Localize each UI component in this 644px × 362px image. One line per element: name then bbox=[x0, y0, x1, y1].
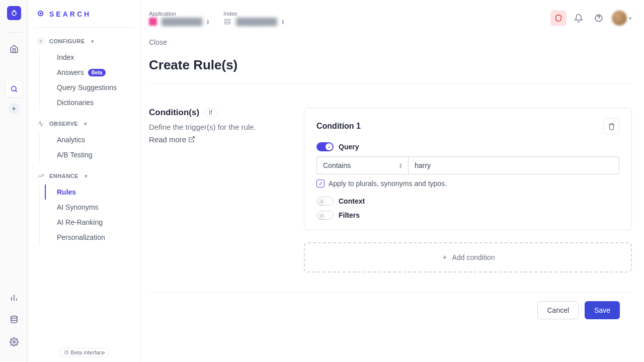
gear-icon bbox=[37, 38, 44, 45]
apply-plurals-label: Apply to plurals, synonyms and typos. bbox=[329, 179, 447, 188]
main: Application ████████▴▾ Index ████████▴▾ … bbox=[141, 0, 644, 362]
footer: Cancel Save bbox=[149, 293, 632, 327]
add-condition-button[interactable]: Add condition bbox=[304, 242, 632, 273]
section-observe[interactable]: OBSERVE ▾ bbox=[28, 115, 140, 132]
bell-icon[interactable] bbox=[571, 10, 587, 26]
nav-rules[interactable]: Rules bbox=[45, 185, 140, 200]
section-configure[interactable]: CONFIGURE ▾ bbox=[28, 33, 140, 50]
query-toggle[interactable] bbox=[316, 142, 334, 151]
logo[interactable] bbox=[7, 6, 21, 20]
svg-point-6 bbox=[40, 40, 42, 42]
brand[interactable]: SEARCH bbox=[28, 7, 140, 27]
beta-badge: Beta bbox=[88, 69, 106, 76]
nav-personalization[interactable]: Personalization bbox=[45, 230, 140, 245]
beta-interface-pill[interactable]: Beta interface bbox=[59, 348, 110, 357]
database-icon[interactable] bbox=[6, 312, 22, 328]
nav-ab-testing[interactable]: A/B Testing bbox=[45, 147, 140, 162]
nav-dictionaries[interactable]: Dictionaries bbox=[45, 95, 140, 110]
filters-toggle[interactable] bbox=[316, 211, 334, 220]
avatar[interactable] bbox=[612, 11, 627, 26]
condition-title: Condition 1 bbox=[316, 122, 361, 131]
read-more-link[interactable]: Read more bbox=[149, 135, 292, 144]
svg-point-3 bbox=[13, 341, 15, 343]
pulse-icon bbox=[37, 120, 44, 127]
query-toggle-label: Query bbox=[339, 143, 359, 151]
nav-analytics[interactable]: Analytics bbox=[45, 132, 140, 147]
help-icon[interactable] bbox=[591, 10, 607, 26]
apply-plurals-checkbox[interactable]: ✓ bbox=[316, 179, 325, 188]
search-nav-icon[interactable] bbox=[6, 81, 22, 97]
home-icon[interactable] bbox=[6, 41, 22, 57]
gear-icon[interactable] bbox=[6, 334, 22, 350]
conditions-heading: Condition(s) If bbox=[149, 108, 292, 118]
conditions-description: Define the trigger(s) for the rule. bbox=[149, 122, 292, 133]
svg-point-2 bbox=[11, 316, 17, 319]
context-toggle[interactable] bbox=[316, 197, 334, 206]
context-toggle-label: Context bbox=[339, 197, 365, 205]
query-input[interactable] bbox=[408, 156, 619, 174]
index-picker[interactable]: Index ████████▴▾ bbox=[223, 11, 284, 26]
nav-ai-reranking[interactable]: AI Re-Ranking bbox=[45, 215, 140, 230]
shield-alert-icon[interactable] bbox=[550, 10, 567, 26]
svg-rect-8 bbox=[225, 19, 230, 21]
svg-rect-9 bbox=[225, 22, 230, 24]
cancel-button[interactable]: Cancel bbox=[537, 301, 579, 319]
sidebar: SEARCH CONFIGURE ▾ Index AnswersBeta Que… bbox=[28, 0, 141, 362]
delete-condition-button[interactable] bbox=[603, 118, 619, 134]
nav-answers[interactable]: AnswersBeta bbox=[45, 65, 140, 80]
chevron-down-icon[interactable]: ▾ bbox=[629, 15, 632, 22]
nav-query-suggestions[interactable]: Query Suggestions bbox=[45, 80, 140, 95]
svg-point-1 bbox=[11, 86, 16, 91]
match-type-select[interactable]: Contains ▴▾ bbox=[316, 156, 408, 174]
nav-ai-synonyms[interactable]: AI Synonyms bbox=[45, 200, 140, 215]
lightning-icon[interactable] bbox=[9, 103, 20, 114]
topbar: Application ████████▴▾ Index ████████▴▾ … bbox=[141, 0, 644, 32]
section-enhance[interactable]: ENHANCE ▾ bbox=[28, 167, 140, 185]
nav-index[interactable]: Index bbox=[45, 50, 140, 65]
save-button[interactable]: Save bbox=[585, 301, 620, 319]
brand-text: SEARCH bbox=[49, 10, 91, 18]
chevron-down-icon: ▾ bbox=[91, 38, 95, 45]
if-pill: If bbox=[204, 108, 217, 117]
page-title: Create Rule(s) bbox=[149, 46, 632, 83]
trend-icon bbox=[37, 172, 44, 179]
application-picker[interactable]: Application ████████▴▾ bbox=[149, 11, 209, 26]
chevron-down-icon: ▾ bbox=[84, 121, 88, 127]
chart-icon[interactable] bbox=[6, 290, 22, 306]
chevron-down-icon: ▾ bbox=[85, 173, 88, 179]
svg-point-5 bbox=[40, 13, 42, 15]
condition-card: Condition 1 Query Contains ▴▾ bbox=[304, 108, 632, 230]
app-rail bbox=[0, 0, 28, 362]
svg-point-0 bbox=[12, 12, 16, 16]
brand-icon bbox=[37, 10, 45, 18]
filters-toggle-label: Filters bbox=[339, 211, 360, 219]
close-link[interactable]: Close bbox=[149, 32, 632, 46]
